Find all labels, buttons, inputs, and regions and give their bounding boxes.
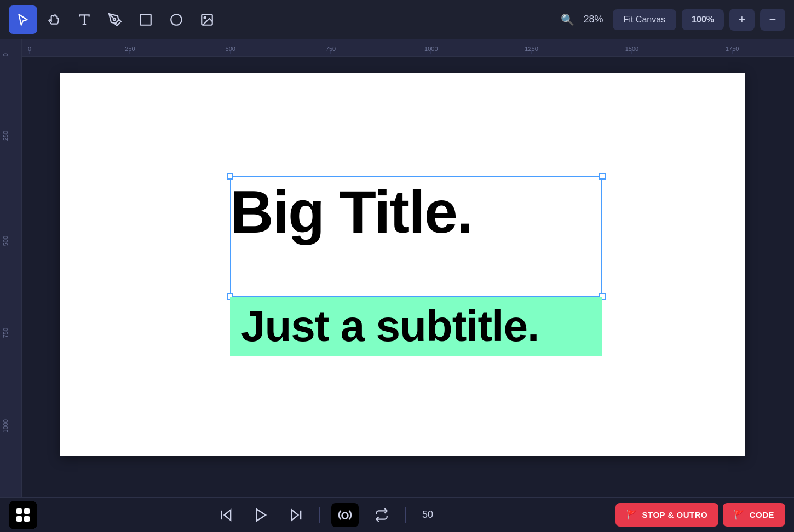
canvas-background: Big Title. Just a subtitle. [60, 73, 745, 456]
svg-point-2 [113, 18, 116, 20]
ruler-tick [531, 50, 532, 54]
stop-outro-button[interactable]: 🚩 STOP & OUTRO [615, 503, 718, 527]
ruler-tick [431, 50, 431, 54]
zoom-out-button[interactable]: − [760, 9, 785, 31]
v-ruler-mark: 0 [2, 53, 9, 56]
grid-dot [24, 516, 30, 522]
v-ruler-mark: 1000 [2, 419, 9, 432]
resize-handle-tl[interactable] [227, 173, 233, 180]
flag-icon-code: 🚩 [734, 510, 745, 520]
grid-icon [16, 508, 30, 522]
text-tool-button[interactable] [70, 5, 99, 34]
fit-canvas-button[interactable]: Fit Canvas [613, 9, 676, 30]
subtitle-text: Just a subtitle. [241, 302, 591, 350]
svg-rect-3 [140, 14, 151, 25]
svg-marker-10 [292, 510, 298, 520]
rewind-button[interactable] [214, 503, 238, 527]
bottom-bar: 50 🚩 STOP & OUTRO 🚩 CODE [0, 497, 794, 532]
image-tool-button[interactable] [193, 5, 221, 34]
svg-marker-7 [225, 510, 231, 520]
play-divider-2 [405, 507, 406, 523]
play-button[interactable] [249, 503, 273, 527]
loop-button[interactable] [331, 503, 359, 527]
playback-controls: 50 [37, 503, 615, 527]
horizontal-ruler: 0 250 500 750 1000 1250 1500 1750 [22, 39, 794, 57]
flag-icon-stop: 🚩 [626, 510, 638, 520]
v-ruler-mark: 250 [2, 131, 9, 141]
zoom-value: 28% [580, 14, 607, 25]
grid-dot [16, 508, 22, 514]
search-icon: 🔍 [561, 13, 574, 26]
ruler-tick [732, 50, 733, 54]
code-button[interactable]: 🚩 CODE [723, 503, 785, 527]
svg-point-6 [204, 16, 206, 18]
zoom-area: 🔍 28% Fit Canvas 100% + − [561, 9, 785, 31]
subtitle-background: Just a subtitle. [230, 297, 602, 356]
zoom-percent-button[interactable]: 100% [682, 9, 724, 30]
canvas-area[interactable]: Big Title. Just a subtitle. [22, 57, 794, 497]
resize-handle-tr[interactable] [599, 173, 606, 180]
forward-button[interactable] [284, 503, 308, 527]
grid-dot [16, 516, 22, 522]
ellipse-tool-button[interactable] [162, 5, 191, 34]
ruler-tick [30, 50, 30, 54]
ruler-tick [631, 50, 632, 54]
scenes-grid-button[interactable] [9, 501, 37, 529]
rectangle-tool-button[interactable] [131, 5, 160, 34]
zoom-in-button[interactable]: + [729, 9, 755, 31]
ruler-tick [130, 50, 130, 54]
ruler-tick [331, 50, 331, 54]
pen-tool-button[interactable] [101, 5, 129, 34]
svg-point-4 [171, 14, 182, 25]
v-ruler-mark: 500 [2, 236, 9, 246]
v-ruler-mark: 750 [2, 328, 9, 338]
title-text-element[interactable]: Big Title. [230, 176, 602, 297]
repeat-button[interactable] [370, 503, 394, 527]
v-ruler-marks: 0 250 500 750 1000 [0, 39, 21, 497]
play-divider [319, 507, 320, 523]
top-toolbar: 🔍 28% Fit Canvas 100% + − [0, 0, 794, 39]
select-tool-button[interactable] [9, 5, 37, 34]
subtitle-element[interactable]: Just a subtitle. [230, 297, 602, 356]
hand-tool-button[interactable] [39, 5, 68, 34]
grid-dot [24, 508, 30, 514]
svg-marker-9 [257, 509, 266, 521]
big-title-text: Big Title. [230, 176, 602, 247]
ruler-tick [230, 50, 231, 54]
right-action-buttons: 🚩 STOP & OUTRO 🚩 CODE [615, 503, 785, 527]
ruler-marks: 0 250 500 750 1000 1250 1500 1750 [22, 39, 794, 54]
frame-count: 50 [417, 509, 439, 521]
vertical-ruler: 0 250 500 750 1000 [0, 39, 22, 497]
